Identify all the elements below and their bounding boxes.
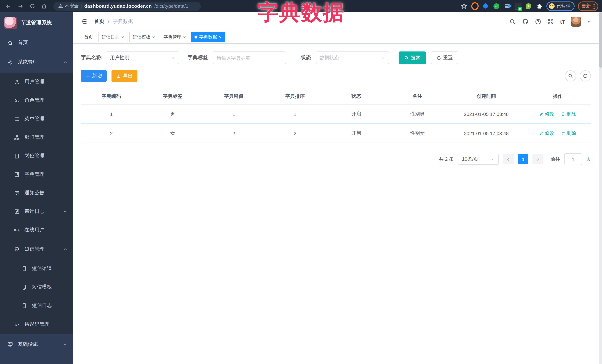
close-icon[interactable]: × [183, 35, 186, 40]
hamburger-icon [81, 18, 87, 25]
gear-icon [7, 59, 13, 65]
cell-status: 开启 [326, 104, 387, 124]
add-button[interactable]: 新增 [81, 70, 107, 82]
reset-button[interactable]: 重置 [431, 52, 458, 64]
sidebar-item-error-codes[interactable]: 错误码管理 [0, 315, 73, 334]
sidebar-item-dict[interactable]: 字典管理 [0, 165, 73, 184]
close-icon[interactable]: × [152, 35, 155, 40]
page-size-select[interactable]: 10条/页 [458, 154, 499, 165]
sidebar-item-sms-template[interactable]: 短信模板 [0, 278, 73, 296]
cell-label: 女 [142, 124, 203, 143]
current-page-button[interactable]: 1 [518, 154, 528, 164]
goto-label: 前往 [550, 156, 560, 163]
goto-page-input[interactable] [564, 153, 582, 165]
dict-name-select[interactable]: 用户性别 [106, 52, 179, 64]
browser-menu-kebab-icon[interactable] [593, 3, 595, 9]
delete-link[interactable]: 删除 [561, 111, 576, 117]
sidebar-item-label: 部门管理 [24, 134, 44, 141]
browser-forward-button[interactable] [16, 1, 25, 11]
edit-link[interactable]: 修改 [539, 130, 554, 137]
scrollbar-thumb[interactable] [599, 12, 602, 68]
sidebar-item-users[interactable]: 用户管理 [0, 73, 73, 91]
search-button[interactable]: 搜索 [399, 52, 426, 64]
status-select[interactable]: 数据状态 [316, 52, 389, 64]
sidebar-item-audit-log[interactable]: 审计日志 [0, 202, 73, 221]
close-icon[interactable]: × [121, 35, 124, 40]
cell-remark: 性别女 [387, 124, 448, 143]
sidebar-item-system[interactable]: 系统管理 [0, 52, 73, 73]
dict-name-value: 用户性别 [110, 54, 129, 61]
browser-reload-button[interactable] [27, 1, 37, 11]
avatar-caret-down-icon[interactable] [587, 21, 590, 22]
sidebar-item-sms-channel[interactable]: 短信渠道 [0, 259, 73, 278]
tab-home[interactable]: 首页 [81, 32, 96, 42]
tab-sms-log[interactable]: 短信日志 × [98, 32, 127, 42]
header-search-icon[interactable] [509, 18, 516, 25]
delete-link-label: 删除 [567, 130, 576, 137]
sidebar-item-notices[interactable]: 通知公告 [0, 184, 73, 202]
dict-label-input[interactable] [213, 52, 286, 64]
help-icon[interactable] [535, 18, 541, 25]
tab-sms-template[interactable]: 短信模板 × [129, 32, 158, 42]
tab-dict-data[interactable]: 字典数据 × [191, 32, 225, 42]
page-scrollbar[interactable] [599, 12, 602, 364]
home-icon [41, 3, 47, 9]
sidebar-item-posts[interactable]: 岗位管理 [0, 147, 73, 165]
extension-sprout-icon[interactable] [525, 2, 532, 10]
delete-link[interactable]: 删除 [561, 130, 576, 137]
fullscreen-icon[interactable] [548, 18, 554, 25]
next-page-button[interactable] [532, 154, 543, 164]
goto-suffix: 页 [586, 156, 591, 163]
app-logo-row[interactable]: 芋道管理系统 [0, 12, 73, 33]
paused-label: 已暂停 [557, 3, 570, 9]
sidebar-item-roles[interactable]: 角色管理 [0, 91, 73, 110]
sidebar: 芋道管理系统 首页 系统管理 [0, 12, 73, 364]
extension-on-badge-icon[interactable]: on [514, 2, 521, 10]
back-arrow-icon [6, 3, 11, 9]
extensions-puzzle-icon[interactable] [536, 2, 543, 10]
sidebar-item-home[interactable]: 首页 [0, 33, 73, 52]
extension-check-icon[interactable]: ✓ [493, 2, 500, 10]
sidebar-item-sms[interactable]: 短信管理 [0, 239, 73, 259]
profile-paused-chip[interactable]: 已暂停 [546, 1, 575, 11]
browser-back-button[interactable] [4, 1, 13, 11]
cell-actions: 修改 删除 [525, 104, 591, 124]
sidebar-item-infrastructure[interactable]: 基础设施 [0, 334, 73, 354]
breadcrumb-home-link[interactable]: 首页 [94, 18, 105, 25]
forward-arrow-icon [17, 3, 23, 9]
tab-dict-manage[interactable]: 字典管理 × [160, 32, 189, 42]
cell-created: 2021-01-05 17:03:48 [448, 124, 525, 143]
export-button[interactable]: 导出 [111, 70, 138, 82]
browser-update-button[interactable]: 更新 [578, 1, 598, 11]
search-icon [404, 55, 409, 60]
sidebar-toggle-button[interactable] [81, 18, 87, 25]
filter-form: 字典名称 用户性别 字典标签 状态 数据状态 搜索 [81, 52, 591, 64]
browser-home-button[interactable] [39, 1, 49, 11]
sidebar-item-online-users[interactable]: 在线用户 [0, 221, 73, 239]
status-placeholder: 数据状态 [320, 54, 339, 61]
col-header-status: 状态 [326, 88, 387, 104]
address-bar[interactable]: 不安全 dashboard.yudao.iocoder.cn/dict/type… [53, 2, 201, 10]
user-avatar[interactable] [571, 16, 581, 26]
add-button-label: 新增 [92, 73, 102, 79]
toggle-search-button[interactable] [565, 70, 576, 82]
sidebar-item-sms-log[interactable]: 短信日志 [0, 296, 73, 315]
sidebar-item-menus[interactable]: 菜单管理 [0, 110, 73, 128]
refresh-table-button[interactable] [580, 70, 591, 82]
sidebar-item-departments[interactable]: 部门管理 [0, 128, 73, 147]
github-icon[interactable] [522, 18, 529, 25]
download-icon [116, 73, 121, 78]
edit-link[interactable]: 修改 [539, 111, 554, 117]
close-icon[interactable]: × [219, 35, 222, 40]
bookmark-star-icon[interactable] [460, 2, 468, 10]
sidebar-top-block: 芋道管理系统 首页 系统管理 [0, 12, 73, 73]
extension-ubuntu-icon[interactable] [471, 2, 478, 10]
extension-sorter-icon[interactable] [503, 2, 511, 10]
sidebar-item-label: 在线用户 [24, 227, 44, 233]
font-size-icon[interactable]: tT [560, 18, 565, 25]
extension-drop-icon[interactable] [482, 2, 489, 10]
security-warning[interactable]: 不安全 [58, 3, 79, 9]
phone-icon [22, 303, 27, 308]
cell-code: 1 [81, 104, 142, 124]
prev-page-button[interactable] [503, 154, 514, 164]
